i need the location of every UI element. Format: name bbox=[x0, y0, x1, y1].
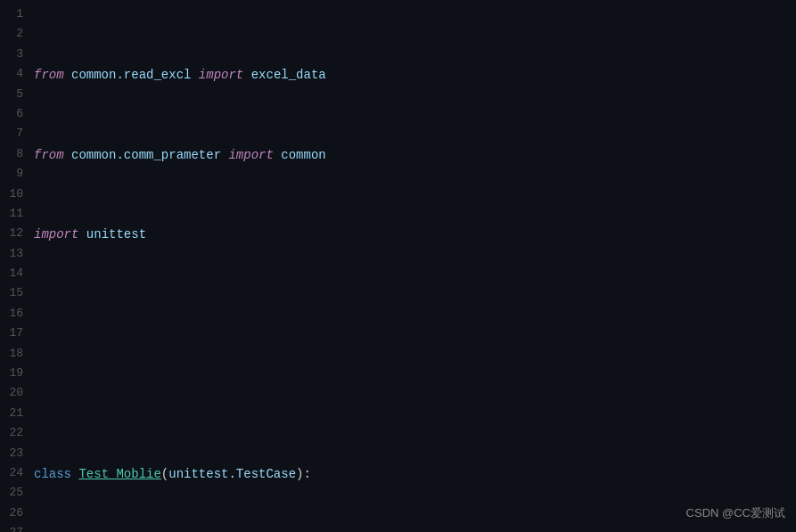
code-editor: 1 2 3 4 5 6 7 8 9 10 11 12 13 14 15 16 1… bbox=[0, 0, 796, 532]
code-line-3: import unittest bbox=[34, 225, 789, 244]
code-line-6: class Test_Moblie(unittest.TestCase): bbox=[34, 464, 789, 484]
code-line-2: from common.comm_prameter import common bbox=[34, 145, 789, 165]
code-line-5 bbox=[34, 384, 789, 404]
watermark: CSDN @CC爱测试 bbox=[686, 504, 785, 523]
code-line-4 bbox=[34, 305, 789, 324]
line-numbers: 1 2 3 4 5 6 7 8 9 10 11 12 13 14 15 16 1… bbox=[0, 4, 27, 528]
code-line-1: from common.read_excl import excel_data bbox=[34, 65, 789, 85]
code-content: from common.read_excl import excel_data … bbox=[27, 4, 796, 528]
